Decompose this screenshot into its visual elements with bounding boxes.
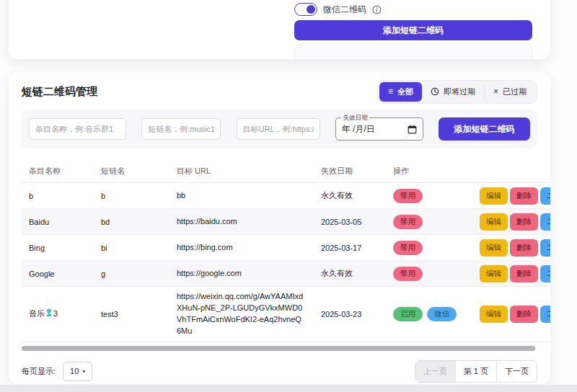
edit-button[interactable]: 编辑 <box>480 306 508 323</box>
table-header-row: 条目名称 短链名 目标 URL 失效日期 操作 <box>22 160 550 183</box>
edit-button[interactable]: 编辑 <box>480 213 508 231</box>
actions-cell: 编辑删除二维码 <box>472 265 550 282</box>
filter-label: 即将过期 <box>444 86 475 97</box>
plant-icon <box>45 308 53 317</box>
qr-code-button[interactable]: 二维码 <box>540 187 550 205</box>
entry-name-cell: Baidu <box>22 218 94 226</box>
clipped-panel-edge <box>294 43 532 59</box>
shortlink-manager-card: 短链二维码管理 ≡全部即将过期×已过期 失效日期 年 /月/日 添加短链二维码 … <box>9 72 550 384</box>
filter-panel: 失效日期 年 /月/日 添加短链二维码 <box>22 110 537 148</box>
table-row: bbbb永久有效禁用编辑删除二维码 <box>22 183 550 209</box>
target-url-cell: https://weixin.qq.com/g/AwYAAMIxdXHuN-pN… <box>169 287 314 342</box>
add-shortlink-qr-button[interactable]: 添加短链二维码 <box>439 117 530 141</box>
filter-label: 全部 <box>397 86 413 97</box>
horizontal-scrollbar[interactable] <box>22 346 535 351</box>
col-header-short-name: 短链名 <box>94 166 169 177</box>
col-header-entry-name: 条目名称 <box>22 166 94 177</box>
table-body: bbbb永久有效禁用编辑删除二维码Baidubdhttps://baidu.co… <box>22 183 550 342</box>
entry-name-cell: b <box>22 192 94 200</box>
short-name-cell: test3 <box>94 310 169 318</box>
status-badge[interactable]: 启用 <box>393 307 423 321</box>
filter-all[interactable]: ≡全部 <box>379 82 422 102</box>
per-page-label: 每页显示: <box>22 366 56 377</box>
edit-button[interactable]: 编辑 <box>480 239 508 257</box>
expiry-date-cell: 2025-03-05 <box>314 218 386 226</box>
edit-button[interactable]: 编辑 <box>480 265 508 282</box>
delete-button[interactable]: 删除 <box>510 265 538 282</box>
delete-button[interactable]: 删除 <box>510 213 538 231</box>
wechat-toggle-row: 微信二维码 <box>294 3 382 16</box>
table-row: Bingbihttps://bing.com2025-03-17禁用编辑删除二维… <box>22 235 550 261</box>
page: 微信二维码 添加短链二维码 短链二维码管理 ≡全部即将过期×已过期 失效日期 年… <box>0 0 577 392</box>
target-url-cell: bb <box>169 186 314 206</box>
wechat-toggle-label: 微信二维码 <box>323 4 366 16</box>
table-row: Baidubdhttps://baidu.com2025-03-05禁用编辑删除… <box>22 209 550 235</box>
qr-code-button[interactable]: 二维码 <box>540 306 550 323</box>
qr-code-button[interactable]: 二维码 <box>540 213 550 231</box>
table-footer: 每页显示: 10 ▾ 上一页 第 1 页 下一页 <box>22 360 537 383</box>
status-cell: 禁用 <box>386 267 472 281</box>
wechat-qr-toggle[interactable] <box>294 3 317 16</box>
clock-icon <box>431 87 439 96</box>
short-name-cell: b <box>94 192 169 200</box>
per-page-control: 每页显示: 10 ▾ <box>22 362 92 381</box>
per-page-select[interactable]: 10 ▾ <box>63 362 92 381</box>
entry-name-cell: 音乐3 <box>22 308 94 319</box>
filter-label: 已过期 <box>503 86 527 97</box>
prev-page-button[interactable]: 上一页 <box>415 361 455 382</box>
add-shortlink-qr-button-top[interactable]: 添加短链二维码 <box>294 20 532 40</box>
col-header-target-url: 目标 URL <box>169 166 314 177</box>
page-title: 短链二维码管理 <box>22 85 97 99</box>
short-name-cell: bi <box>94 244 169 252</box>
target-url-input[interactable] <box>237 118 320 140</box>
qr-code-button[interactable]: 二维码 <box>540 239 550 257</box>
delete-button[interactable]: 删除 <box>510 187 538 205</box>
expiry-date-cell: 永久有效 <box>314 190 386 201</box>
card-header: 短链二维码管理 ≡全部即将过期×已过期 <box>22 81 537 102</box>
delete-button[interactable]: 删除 <box>510 239 538 257</box>
info-icon[interactable] <box>372 5 382 14</box>
qr-code-button[interactable]: 二维码 <box>540 265 550 282</box>
entry-name-input[interactable] <box>29 118 126 140</box>
col-header-actions: 操作 <box>386 166 472 177</box>
chevron-down-icon: ▾ <box>82 368 85 375</box>
close-icon: × <box>493 87 498 96</box>
filter-segments: ≡全部即将过期×已过期 <box>377 80 537 104</box>
target-url-cell: https://google.com <box>169 264 314 284</box>
entry-name-cell: Bing <box>22 244 94 252</box>
toggle-knob <box>307 5 315 14</box>
status-badge[interactable]: 禁用 <box>393 241 423 255</box>
delete-button[interactable]: 删除 <box>510 306 538 323</box>
filter-expired[interactable]: ×已过期 <box>484 82 535 102</box>
status-cell: 禁用 <box>386 215 472 229</box>
expiry-date-input[interactable]: 失效日期 年 /月/日 <box>335 117 423 141</box>
col-header-expiry: 失效日期 <box>314 166 386 177</box>
expiry-date-value: 年 /月/日 <box>342 123 375 135</box>
status-badge[interactable]: 禁用 <box>393 267 423 281</box>
list-icon: ≡ <box>388 87 393 96</box>
add-qr-card: 微信二维码 添加短链二维码 <box>9 0 550 59</box>
status-cell: 禁用 <box>386 241 472 255</box>
short-name-input[interactable] <box>141 118 221 140</box>
expiry-date-cell: 2025-03-17 <box>314 244 386 252</box>
next-page-button[interactable]: 下一页 <box>496 361 537 382</box>
actions-cell: 编辑删除二维码 <box>472 187 550 205</box>
status-badge[interactable]: 禁用 <box>393 215 423 229</box>
short-name-cell: bd <box>94 218 169 226</box>
actions-cell: 编辑删除二维码 <box>472 239 550 257</box>
per-page-value: 10 <box>70 367 79 375</box>
status-badge[interactable]: 禁用 <box>393 189 423 203</box>
actions-cell: 编辑删除二维码 <box>472 306 550 323</box>
shortlink-table: 条目名称 短链名 目标 URL 失效日期 操作 bbbb永久有效禁用编辑删除二维… <box>22 160 550 342</box>
table-row: 音乐3test3https://weixin.qq.com/g/AwYAAMIx… <box>22 287 550 342</box>
filter-expiring[interactable]: 即将过期 <box>422 82 484 102</box>
actions-cell: 编辑删除二维码 <box>472 213 550 231</box>
status-cell: 启用微信 <box>386 307 472 321</box>
short-name-cell: g <box>94 270 169 278</box>
current-page-indicator: 第 1 页 <box>455 361 496 382</box>
target-url-cell: https://baidu.com <box>169 212 314 232</box>
page-bottom-strip <box>0 385 577 392</box>
edit-button[interactable]: 编辑 <box>480 187 508 205</box>
wechat-tag-badge: 微信 <box>427 307 457 321</box>
table-row: Googleghttps://google.com永久有效禁用编辑删除二维码 <box>22 261 550 287</box>
